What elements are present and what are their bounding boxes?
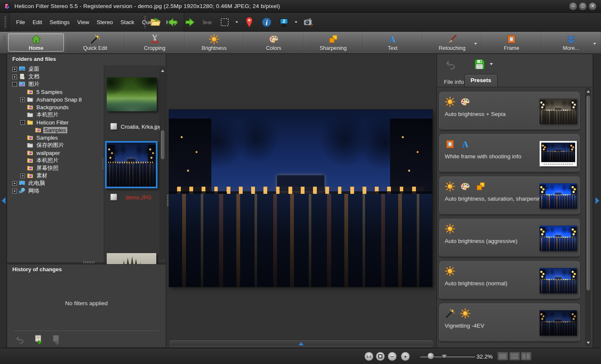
second-monitor-button-caret-icon[interactable]	[295, 22, 297, 23]
zoom-in-button[interactable]: +	[401, 352, 410, 361]
collapse-left-arrow-icon[interactable]	[2, 197, 6, 204]
right-collapse-strip[interactable]	[593, 54, 601, 348]
menu-item-edit[interactable]: Edit	[29, 17, 46, 27]
geotag-button[interactable]	[242, 15, 256, 30]
expand-icon[interactable]: +	[12, 74, 17, 79]
preset-item[interactable]: Auto brightness, saturation, sharpening	[439, 176, 580, 215]
tree-item[interactable]: -图片	[7, 80, 103, 88]
scrollbar-thumb[interactable]	[161, 130, 164, 159]
undo-button[interactable]	[444, 58, 458, 72]
selection-button-caret-icon[interactable]	[235, 22, 238, 23]
thumbnails-scrollbar[interactable]	[160, 67, 165, 259]
save-options-caret-icon[interactable]	[490, 63, 493, 65]
file-checkbox[interactable]	[110, 193, 117, 201]
menu-item-settings[interactable]: Settings	[46, 17, 73, 27]
scroll-down-icon[interactable]	[587, 342, 590, 344]
tree-item[interactable]: +Samples	[7, 126, 103, 134]
scrollbar-thumb[interactable]	[587, 96, 590, 290]
tab-caret-icon[interactable]	[593, 43, 596, 45]
tree-item[interactable]: +保存的图片	[7, 141, 103, 149]
forward-button[interactable]	[183, 15, 197, 30]
expand-icon[interactable]: +	[12, 67, 17, 72]
tree-item[interactable]: +文档	[7, 73, 103, 80]
preset-item[interactable]: White frame with shooting info	[439, 134, 580, 172]
zoom-out-button[interactable]: −	[388, 352, 397, 361]
expand-icon[interactable]: +	[12, 189, 17, 193]
second-monitor-button[interactable]	[277, 15, 291, 30]
open-folder-button[interactable]	[148, 15, 162, 30]
save-button[interactable]	[473, 58, 486, 72]
tree-item[interactable]: +5 Samples	[7, 88, 103, 96]
tab-home[interactable]: Home	[8, 33, 64, 52]
preset-item[interactable]: Auto brightness + Sepia	[439, 92, 580, 130]
toolbar-grip[interactable]	[4, 16, 6, 28]
info-button[interactable]	[260, 15, 273, 30]
single-view-button[interactable]	[498, 352, 508, 360]
toolbar-grip[interactable]	[144, 16, 146, 28]
menu-item-file[interactable]: File	[12, 17, 29, 27]
expand-icon[interactable]: +	[20, 174, 25, 178]
tab-sharpening[interactable]: Sharpening	[304, 32, 363, 53]
tree-item[interactable]: +wallpaper	[7, 149, 103, 157]
tab-caret-icon[interactable]	[474, 43, 477, 45]
tree-item[interactable]: +桌面	[7, 65, 103, 73]
tab-file-info[interactable]: File info	[441, 77, 466, 86]
actual-size-button[interactable]: 1:1	[364, 352, 374, 361]
tab-retouching[interactable]: Retouching	[423, 32, 482, 53]
file-thumbnail[interactable]	[107, 77, 157, 111]
expand-icon[interactable]: +	[12, 181, 17, 186]
tab-colors[interactable]: Colors	[244, 32, 303, 53]
tree-item[interactable]: +本机照片	[7, 111, 103, 119]
tree-item[interactable]: +此电脑	[7, 179, 103, 187]
image-canvas[interactable]	[166, 54, 437, 348]
tab-more[interactable]: More...	[542, 32, 601, 53]
split-vertical-button[interactable]	[521, 352, 531, 360]
preset-item[interactable]: Auto brightness (normal)	[439, 261, 580, 299]
expand-up-arrow-icon[interactable]	[299, 342, 304, 345]
scroll-up-icon[interactable]	[587, 90, 590, 93]
main-image[interactable]	[169, 110, 432, 287]
tab-quick-edit[interactable]: Quick Edit	[66, 32, 125, 53]
expand-icon[interactable]: +	[20, 97, 25, 102]
tree-item[interactable]: +屏幕快照	[7, 164, 103, 172]
zoom-slider-thumb[interactable]	[427, 353, 434, 359]
ribbon-grip[interactable]	[3, 36, 6, 50]
tree-item[interactable]: -Helicon Filter	[7, 119, 103, 126]
back-button[interactable]	[166, 15, 179, 30]
tree-item[interactable]: +素材	[7, 172, 103, 179]
tab-frame[interactable]: Frame	[482, 32, 541, 53]
tree-item[interactable]: +Ashampoo Snap 8	[7, 96, 103, 103]
tree-item[interactable]: +Samples	[7, 134, 103, 141]
export-camera-button[interactable]	[302, 15, 315, 30]
tree-item[interactable]: +Backgrounds	[7, 103, 103, 111]
tab-brightness[interactable]: Brightness	[185, 32, 244, 53]
tab-presets[interactable]: Presets	[464, 74, 498, 87]
close-button[interactable]: ✕	[588, 2, 597, 11]
selected-file-thumbnail[interactable]	[105, 141, 158, 188]
split-horizontal-button[interactable]	[510, 352, 520, 360]
tree-item[interactable]: +本机照片	[7, 157, 103, 164]
tab-cropping[interactable]: Cropping	[125, 32, 184, 53]
tree-item[interactable]: +网络	[7, 187, 103, 195]
panel-splitter-grip[interactable]	[83, 261, 94, 263]
selection-button[interactable]	[218, 15, 231, 30]
scroll-up-icon[interactable]	[161, 69, 164, 72]
menu-item-stereo[interactable]: Stereo	[93, 17, 116, 27]
sharpen-icon	[475, 181, 486, 192]
preset-item[interactable]: Auto brightness (aggressive)	[439, 219, 580, 257]
menu-item-stack[interactable]: Stack	[117, 17, 138, 27]
bottom-panel-collapsed[interactable]	[170, 340, 432, 347]
left-collapse-strip[interactable]	[0, 54, 7, 348]
fit-screen-button[interactable]	[376, 352, 385, 361]
collapse-right-arrow-icon[interactable]	[595, 197, 599, 204]
apply-script-button[interactable]	[33, 334, 44, 346]
file-checkbox[interactable]	[110, 123, 117, 130]
collapse-icon[interactable]: -	[12, 82, 17, 87]
menu-item-view[interactable]: View	[73, 17, 93, 27]
collapse-icon[interactable]: -	[20, 120, 25, 125]
minimize-button[interactable]: –	[569, 2, 577, 11]
preset-item[interactable]: Vignetting -4EV	[439, 303, 580, 342]
tab-text[interactable]: Text	[363, 32, 422, 53]
presets-scrollbar[interactable]	[585, 88, 590, 346]
maximize-button[interactable]: □	[579, 2, 587, 11]
